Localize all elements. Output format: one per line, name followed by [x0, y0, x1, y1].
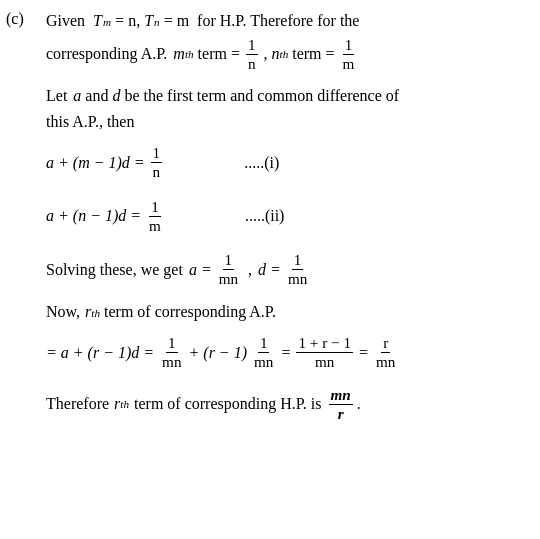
frac-big1: 1 mn [160, 334, 183, 371]
tn-var: T [144, 8, 153, 34]
big-eq3-text: = [359, 344, 368, 362]
big-eq-block: = a + (r − 1)d = 1 mn + (r − 1) 1 mn = 1… [46, 334, 522, 371]
final-frac-den: r [336, 405, 346, 423]
eq-i-frac-den: n [151, 163, 163, 181]
frac1-num: 1 [246, 36, 258, 55]
term1-text: term = [198, 38, 240, 70]
be-text: be the first term and common difference … [124, 83, 399, 109]
eq-i-lhs: a + (m − 1)d = [46, 154, 145, 172]
big-frac4-den: mn [374, 353, 397, 371]
big-frac4-num: r [381, 334, 390, 353]
solve-frac2-num: 1 [292, 251, 304, 270]
frac-solve-a: 1 mn [217, 251, 240, 288]
let-block: Let a and d be the first term and common… [46, 83, 522, 134]
now-block: Now, rth term of corresponding A.P. [46, 299, 522, 325]
section-label: (c) [6, 10, 24, 28]
term-ap-text: term of corresponding A.P. [104, 299, 276, 325]
big-frac1-num: 1 [166, 334, 178, 353]
big-frac2-num: 1 [258, 334, 270, 353]
therefore-block: Therefore rth term of corresponding H.P.… [46, 386, 522, 423]
frac2-num: 1 [343, 36, 355, 55]
frac-final: mn r [329, 386, 353, 423]
tm-var: T [93, 8, 102, 34]
final-dot: . [357, 388, 361, 420]
this-ap-text: this A.P., then [46, 109, 522, 135]
given-text: Given [46, 8, 85, 34]
equation-ii-block: a + (n − 1)d = 1 m .....(ii) [46, 198, 522, 235]
page: (c) Given Tm = n, Tn = m for H.P. Theref… [0, 0, 540, 539]
term2-text: term = [292, 38, 334, 70]
big-frac3-den: mn [313, 353, 336, 371]
eq-i-label: .....(i) [244, 154, 279, 172]
and-text: and [85, 83, 108, 109]
final-frac-num: mn [329, 386, 353, 405]
solve-frac1-den: mn [217, 270, 240, 288]
nth-var: n [272, 38, 280, 70]
equation-i-block: a + (m − 1)d = 1 n .....(i) [46, 144, 522, 181]
d-eq-text: d = [258, 254, 281, 286]
comma2: , [248, 254, 252, 286]
solve-frac1-num: 1 [223, 251, 235, 270]
th2-sup: th [280, 43, 289, 65]
th4-sup: th [120, 393, 129, 415]
frac-eq-i: 1 n [151, 144, 163, 181]
big-frac3-num: 1 + r − 1 [296, 334, 353, 353]
big-eq2-text: = [281, 344, 290, 362]
solving-text: Solving these, we get [46, 254, 183, 286]
eq-i-frac-num: 1 [151, 144, 163, 163]
a-var: a [73, 83, 81, 109]
big-eq-lhs: = a + (r − 1)d = [46, 344, 154, 362]
therefore-text: Therefore [46, 388, 109, 420]
frac-big4: r mn [374, 334, 397, 371]
big-frac2-den: mn [252, 353, 275, 371]
term-hp-text: term of corresponding H.P. is [134, 388, 322, 420]
big-frac1-den: mn [160, 353, 183, 371]
d-var: d [112, 83, 120, 109]
comma1: , [264, 38, 268, 70]
solving-block: Solving these, we get a = 1 mn , d = 1 m… [46, 251, 522, 288]
frac-big2: 1 mn [252, 334, 275, 371]
frac2-den: m [341, 55, 357, 73]
eq-ii-lhs: a + (n − 1)d = [46, 207, 141, 225]
for-hp-text: for H.P. Therefore for the [197, 8, 359, 34]
eq-ii-label: .....(ii) [245, 207, 285, 225]
frac-1-over-n: 1 n [246, 36, 258, 73]
frac-big3: 1 + r − 1 mn [296, 334, 353, 371]
th3-sup: th [91, 305, 100, 323]
given-block: Given Tm = n, Tn = m for H.P. Therefore … [46, 8, 522, 73]
corresponding-text: corresponding A.P. [46, 38, 167, 70]
eq-ii-frac-den: m [147, 217, 163, 235]
eq1-text: = n, [115, 8, 140, 34]
frac1-den: n [246, 55, 258, 73]
let-text: Let [46, 83, 67, 109]
frac-eq-ii: 1 m [147, 198, 163, 235]
now-text: Now, [46, 299, 80, 325]
a-eq-text: a = [189, 254, 212, 286]
th1-sup: th [185, 43, 194, 65]
mth-var: m [173, 38, 185, 70]
main-content: Given Tm = n, Tn = m for H.P. Therefore … [46, 8, 522, 423]
solve-frac2-den: mn [286, 270, 309, 288]
big-plus-text: + (r − 1) [189, 344, 247, 362]
m-subscript: m [103, 14, 111, 32]
eq2-text: = m [164, 8, 189, 34]
n-subscript: n [154, 14, 160, 32]
frac-1-over-m: 1 m [341, 36, 357, 73]
eq-ii-frac-num: 1 [149, 198, 161, 217]
frac-solve-d: 1 mn [286, 251, 309, 288]
